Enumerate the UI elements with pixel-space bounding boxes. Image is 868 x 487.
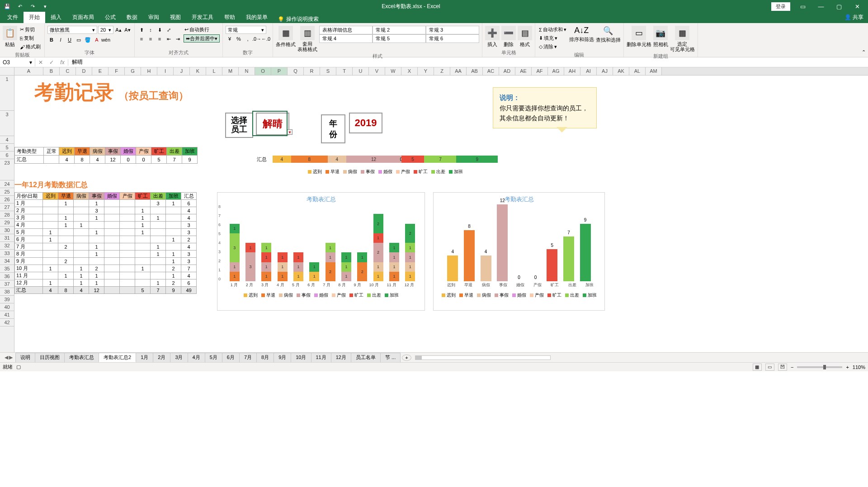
col-header-V[interactable]: V xyxy=(369,67,385,75)
minimize-icon[interactable]: — xyxy=(812,0,830,13)
row-header-3[interactable]: 3 xyxy=(0,111,14,136)
zoom-value[interactable]: 110% xyxy=(853,364,865,370)
col-header-AH[interactable]: AH xyxy=(564,67,580,75)
dec-decimal-icon[interactable]: ←.0 xyxy=(262,35,270,43)
delete-cell-icon[interactable]: ▭ xyxy=(632,26,646,40)
dropdown-icon[interactable]: ▾ xyxy=(287,129,292,135)
cell-style-option[interactable]: 表格详细信息 xyxy=(319,26,373,34)
orientation-icon[interactable]: ⤢ xyxy=(165,26,173,34)
col-header-AJ[interactable]: AJ xyxy=(597,67,613,75)
indent-dec-icon[interactable]: ⇤ xyxy=(165,35,173,43)
qat-customize-icon[interactable]: ▾ xyxy=(40,2,51,11)
col-header-B[interactable]: B xyxy=(43,67,60,75)
cell-style-option[interactable]: 常规 4 xyxy=(319,34,373,43)
comma-icon[interactable]: , xyxy=(244,35,252,43)
phonetic-icon[interactable]: wén xyxy=(102,36,110,44)
merge-button[interactable]: ⬌ 合并后居中 ▾ xyxy=(184,34,220,43)
year-select[interactable]: 2019 xyxy=(349,113,382,133)
save-icon[interactable]: 💾 xyxy=(2,2,13,11)
zoom-slider[interactable] xyxy=(797,366,842,368)
col-header-AD[interactable]: AD xyxy=(499,67,515,75)
sheet-tab[interactable]: 6月 xyxy=(222,353,240,362)
row-header-27[interactable]: 27 xyxy=(0,203,14,211)
col-header-Z[interactable]: Z xyxy=(434,67,450,75)
find-icon[interactable]: 🔍 xyxy=(603,26,613,36)
col-header-AK[interactable]: AK xyxy=(613,67,629,75)
fx-icon[interactable]: fx xyxy=(57,59,68,66)
delete-cells-icon[interactable]: ➖ xyxy=(501,26,516,40)
ribbon-options-icon[interactable]: ▭ xyxy=(794,0,812,13)
name-box[interactable]: O3▾ xyxy=(0,58,35,66)
row-header-35[interactable]: 35 xyxy=(0,265,14,273)
select-visible-icon[interactable]: ▦ xyxy=(675,26,689,40)
tellme-search[interactable]: 💡 操作说明搜索 xyxy=(278,15,319,23)
align-left-icon[interactable]: ≡ xyxy=(137,35,146,43)
row-header-41[interactable]: 41 xyxy=(0,311,14,319)
row-header-26[interactable]: 26 xyxy=(0,196,14,203)
tab-help[interactable]: 帮助 xyxy=(219,12,241,23)
copy-button[interactable]: ⎘ 复制 xyxy=(19,34,42,42)
accounting-icon[interactable]: ¥ xyxy=(226,35,234,43)
col-header-AM[interactable]: AM xyxy=(646,67,662,75)
sheet-tab[interactable]: 8月 xyxy=(256,353,274,362)
sheet-tab[interactable]: 12月 xyxy=(331,353,351,362)
view-pagelayout-icon[interactable]: ▭ xyxy=(765,364,774,371)
sheet-tab[interactable]: 2月 xyxy=(153,353,170,362)
sheet-tab[interactable]: 5月 xyxy=(205,353,222,362)
row-header-23[interactable]: 23 xyxy=(0,159,14,180)
number-format-select[interactable]: 常规▾ xyxy=(226,26,266,34)
tab-file[interactable]: 文件 xyxy=(2,12,24,23)
font-name-select[interactable]: 微软雅黑▾ xyxy=(47,26,97,34)
col-header-AE[interactable]: AE xyxy=(515,67,532,75)
decrease-font-icon[interactable]: A▾ xyxy=(123,26,132,34)
conditional-format-icon[interactable]: ▦ xyxy=(278,26,293,40)
col-header-AI[interactable]: AI xyxy=(580,67,597,75)
sheet-tab[interactable]: 节 ... xyxy=(380,353,401,362)
zoom-out-icon[interactable]: − xyxy=(791,364,793,370)
col-header-R[interactable]: R xyxy=(304,67,320,75)
row-header-34[interactable]: 34 xyxy=(0,257,14,265)
paste-icon[interactable]: 📋 xyxy=(3,26,17,40)
underline-icon[interactable]: U xyxy=(66,36,74,44)
close-icon[interactable]: ✕ xyxy=(848,0,866,13)
cell-style-option[interactable]: 常规 6 xyxy=(426,34,479,43)
cell-style-option[interactable]: 常规 2 xyxy=(373,26,426,34)
maximize-icon[interactable]: ▢ xyxy=(830,0,848,13)
col-header-K[interactable]: K xyxy=(190,67,206,75)
row-header-42[interactable]: 42 xyxy=(0,319,14,326)
row-header-36[interactable]: 36 xyxy=(0,273,14,280)
cut-button[interactable]: ✂ 剪切 xyxy=(19,26,42,33)
indent-inc-icon[interactable]: ⇥ xyxy=(174,35,182,43)
row-header-5[interactable]: 5 xyxy=(0,144,14,151)
zoom-in-icon[interactable]: + xyxy=(846,364,849,370)
increase-font-icon[interactable]: A▴ xyxy=(114,26,123,34)
grid-pane[interactable]: 考勤记录 （按员工查询） 选择 员工 解晴 ▾ 年份 2019 说明： 你只需要… xyxy=(14,76,868,352)
align-top-icon[interactable]: ⬆ xyxy=(137,26,146,34)
row-header-24[interactable]: 24 xyxy=(0,180,14,188)
cell-style-option[interactable]: 常规 3 xyxy=(426,26,479,34)
tab-developer[interactable]: 开发工具 xyxy=(186,12,219,23)
sheet-tab[interactable]: 9月 xyxy=(274,353,291,362)
chart-stacked[interactable]: 考勤表汇总 012345678 113131111111111111211111… xyxy=(217,192,425,311)
border-icon[interactable]: ▭ xyxy=(75,36,83,44)
tab-review[interactable]: 审阅 xyxy=(143,12,165,23)
col-header-A[interactable]: A xyxy=(14,67,43,75)
tab-nav-next-icon[interactable]: ▶ xyxy=(9,355,13,360)
formula-input[interactable]: 解晴 xyxy=(68,57,86,67)
view-pagebreak-icon[interactable]: 凹 xyxy=(778,364,787,371)
sheet-tab[interactable]: 11月 xyxy=(311,353,331,362)
align-right-icon[interactable]: ≡ xyxy=(156,35,164,43)
col-header-P[interactable]: P xyxy=(271,67,288,75)
tab-insert[interactable]: 插入 xyxy=(45,12,67,23)
redo-icon[interactable]: ↷ xyxy=(27,2,38,11)
login-button[interactable]: 登录 xyxy=(771,2,790,11)
col-header-AC[interactable]: AC xyxy=(483,67,499,75)
col-header-H[interactable]: H xyxy=(141,67,157,75)
row-header-28[interactable]: 28 xyxy=(0,211,14,219)
sheet-tab[interactable]: 说明 xyxy=(15,353,35,362)
percent-icon[interactable]: % xyxy=(235,35,243,43)
tab-nav-prev-icon[interactable]: ◀ xyxy=(5,355,8,360)
col-header-X[interactable]: X xyxy=(401,67,418,75)
col-header-T[interactable]: T xyxy=(336,67,353,75)
row-header-33[interactable]: 33 xyxy=(0,250,14,257)
